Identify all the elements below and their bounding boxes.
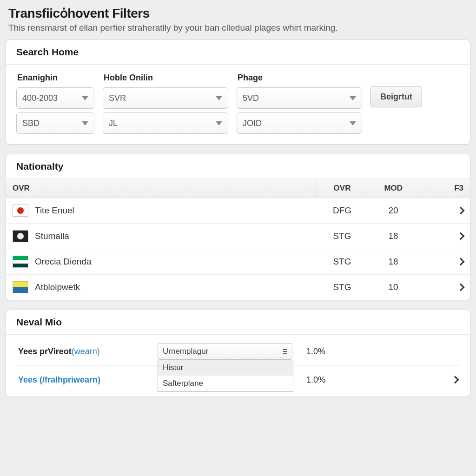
filter-col-2: Hoble Onilin SVR JL — [103, 73, 228, 134]
table-row[interactable]: AtbloipwetkSTG10 — [6, 275, 470, 300]
filter-label-1: Enanighin — [16, 73, 94, 83]
select-hoble-1[interactable]: SVR — [103, 87, 228, 109]
col-mod[interactable]: MOD — [368, 179, 419, 198]
row-open[interactable] — [419, 275, 470, 300]
col-f3[interactable]: F3 — [419, 179, 470, 198]
page-subtitle: This rensmarst of ellan perfier strahera… — [6, 23, 470, 40]
filter-label-3: Phage — [237, 73, 362, 83]
kv-label-main: Yees (/fralhpriwearn) — [18, 375, 100, 384]
chevron-down-icon — [82, 96, 88, 100]
select-value: JL — [109, 119, 118, 128]
col-ovr[interactable]: OVR — [6, 179, 317, 198]
row-ovr2: STG — [317, 224, 368, 249]
flag-icon — [13, 205, 28, 217]
chevron-down-icon — [350, 121, 356, 126]
chevron-right-icon[interactable] — [451, 376, 459, 384]
row-name: Tite Enuel — [35, 205, 74, 216]
table-row[interactable]: Orecia DiendaSTG18 — [6, 249, 470, 275]
select-hoble-2[interactable]: JL — [103, 112, 228, 134]
nationality-panel: Nationalty OVR OVR MOD F3 Tite EnuelDFG2… — [6, 154, 470, 300]
row-ovr2: STG — [317, 249, 368, 275]
select-phage-1[interactable]: 5VD — [237, 87, 362, 109]
dropdown-option[interactable]: Histur — [158, 360, 293, 376]
row-name: Stumaila — [35, 231, 69, 241]
select-phage-2[interactable]: JOID — [237, 112, 362, 134]
search-panel-title: Search Home — [6, 40, 470, 65]
filter-row: Enanighin 400-2003 SBD Hoble Onilin SVR … — [16, 73, 460, 134]
chevron-right-icon — [457, 207, 465, 215]
chevron-down-icon — [216, 96, 222, 100]
row-mod: 18 — [368, 224, 419, 249]
beigrtut-button[interactable]: Beigrtut — [370, 86, 422, 107]
kv-label[interactable]: Yees (/fralhpriwearn) — [18, 375, 158, 385]
dropdown-menu: HisturSafterplane — [158, 360, 293, 392]
select-value: 5VD — [243, 93, 259, 103]
neval-panel-title: Neval Mio — [6, 310, 470, 335]
filter-col-3: Phage 5VD JOID — [237, 73, 362, 134]
chevron-down-icon — [350, 96, 356, 100]
search-panel-body: Enanighin 400-2003 SBD Hoble Onilin SVR … — [6, 65, 470, 144]
kv-select-value: Urnemplagur — [163, 347, 208, 356]
row-mod: 20 — [368, 198, 419, 224]
row-name: Orecia Dienda — [35, 257, 91, 267]
kv-label: Yees prVireot(wearn) — [18, 347, 158, 357]
flag-icon — [13, 281, 28, 293]
select-value: SBD — [22, 119, 40, 128]
kv-label-main: Yees prVireot — [18, 347, 72, 356]
dropdown-icon — [283, 349, 287, 354]
kv-select[interactable]: UrnemplagurHisturSafterplane — [158, 343, 292, 360]
row-open[interactable] — [419, 198, 470, 224]
row-open[interactable] — [419, 224, 470, 249]
select-value: SVR — [109, 93, 126, 103]
chevron-right-icon — [457, 284, 465, 291]
kv-value: 1.0% — [292, 375, 357, 385]
nationality-panel-title: Nationalty — [6, 154, 470, 179]
kv-row: Yees prVireot(wearn)UrnemplagurHisturSaf… — [16, 337, 460, 365]
kv-value: 1.0% — [292, 347, 357, 357]
dropdown-option[interactable]: Safterplane — [158, 376, 293, 391]
page-title: Transfiicȯhovent Filters — [6, 0, 470, 23]
filter-col-1: Enanighin 400-2003 SBD — [16, 73, 94, 134]
chevron-right-icon — [457, 258, 465, 266]
flag-icon — [13, 230, 28, 242]
nationality-table: OVR OVR MOD F3 Tite EnuelDFG20StumailaST… — [6, 179, 470, 300]
search-panel: Search Home Enanighin 400-2003 SBD Hoble… — [6, 40, 470, 145]
row-mod: 18 — [368, 249, 419, 275]
select-enanighin-2[interactable]: SBD — [16, 112, 94, 134]
row-name: Atbloipwetk — [35, 282, 80, 292]
chevron-down-icon — [216, 121, 222, 126]
select-value: 400-2003 — [22, 93, 58, 103]
flag-icon — [13, 256, 28, 268]
kv-label-paren: (wearn) — [72, 347, 100, 356]
table-row[interactable]: Tite EnuelDFG20 — [6, 198, 470, 224]
chevron-down-icon — [82, 121, 88, 126]
row-mod: 10 — [368, 275, 419, 300]
table-header-row: OVR OVR MOD F3 — [6, 179, 470, 198]
chevron-right-icon — [457, 232, 465, 240]
col-ovr2[interactable]: OVR — [317, 179, 368, 198]
table-row[interactable]: StumailaSTG18 — [6, 224, 470, 249]
filter-label-2: Hoble Onilin — [103, 73, 228, 83]
select-enanighin-1[interactable]: 400-2003 — [16, 87, 94, 109]
row-ovr2: DFG — [317, 198, 368, 224]
neval-panel: Neval Mio Yees prVireot(wearn)Urnemplagu… — [6, 310, 470, 397]
row-open[interactable] — [419, 249, 470, 275]
select-value: JOID — [243, 119, 262, 128]
row-ovr2: STG — [317, 275, 368, 300]
